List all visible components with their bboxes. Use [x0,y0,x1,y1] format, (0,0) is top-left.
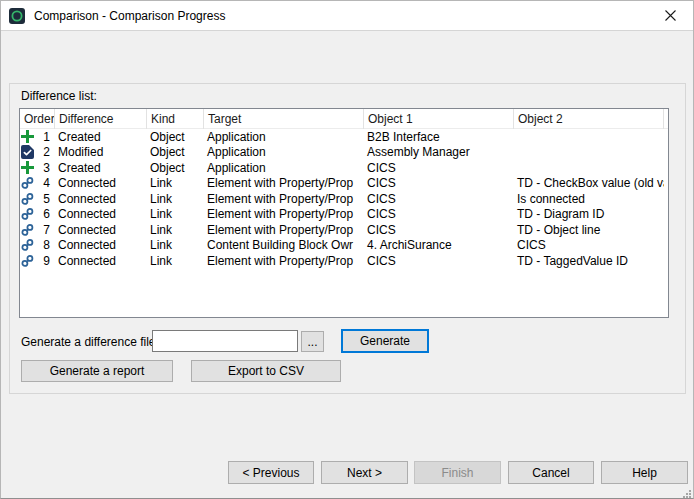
browse-button[interactable]: ... [301,331,324,352]
difference-cell: Connected [55,191,147,207]
difference-cell: Connected [55,253,147,269]
link-icon [21,254,35,268]
table-row[interactable]: 6ConnectedLinkElement with Property/Prop… [20,207,668,223]
object1-cell: CICS [364,191,514,207]
order-cell: 9 [20,253,55,269]
object2-cell: TD - Diagram ID [514,207,664,223]
order-cell: 2 [20,145,55,161]
table-row[interactable]: 4ConnectedLinkElement with Property/Prop… [20,176,668,192]
object1-cell: CICS [364,222,514,238]
link-icon [21,176,35,190]
object1-cell: CICS [364,253,514,269]
order-number: 5 [35,192,55,206]
resize-grip-icon[interactable] [682,487,691,496]
object1-cell: 4. ArchiSurance [364,238,514,254]
link-icon [21,238,35,252]
kind-cell: Link [147,238,204,254]
export-csv-button[interactable]: Export to CSV [191,360,341,382]
object2-cell: Is connected [514,191,664,207]
kind-cell: Link [147,191,204,207]
difference-cell: Created [55,160,147,176]
table-row[interactable]: 1CreatedObjectApplicationB2B Interface [20,129,668,145]
comparison-app-icon [9,8,25,24]
order-cell: 3 [20,160,55,176]
help-button[interactable]: Help [601,461,688,484]
order-number: 3 [35,161,55,175]
link-icon [21,192,35,206]
close-icon [665,10,676,21]
order-number: 6 [35,207,55,221]
kind-cell: Link [147,253,204,269]
difference-cell: Connected [55,176,147,192]
generate-file-label: Generate a difference file: [21,335,159,349]
kind-cell: Link [147,222,204,238]
difference-table: Order Difference Kind Target Object 1 Ob… [19,108,669,318]
generate-button[interactable]: Generate [341,329,429,353]
target-cell: Element with Property/Prop [204,176,364,192]
link-icon [21,207,35,221]
object1-cell: CICS [364,176,514,192]
kind-cell: Object [147,145,204,161]
table-row[interactable]: 3CreatedObjectApplicationCICS [20,160,668,176]
difference-table-body: 1CreatedObjectApplicationB2B Interface2M… [20,129,668,269]
modified-icon [21,145,35,159]
table-header: Order Difference Kind Target Object 1 Ob… [20,109,668,129]
kind-cell: Link [147,176,204,192]
order-cell: 5 [20,191,55,207]
kind-cell: Link [147,207,204,223]
difference-cell: Connected [55,207,147,223]
object2-cell: TD - TaggedValue ID [514,253,664,269]
window-title: Comparison - Comparison Progress [34,9,225,23]
column-header-object1[interactable]: Object 1 [364,109,514,129]
object2-cell [514,129,664,145]
order-number: 1 [35,130,55,144]
link-icon [21,223,35,237]
cancel-button[interactable]: Cancel [508,461,594,484]
column-header-object2[interactable]: Object 2 [514,109,664,129]
difference-cell: Connected [55,222,147,238]
previous-button[interactable]: < Previous [228,461,314,484]
difference-cell: Created [55,129,147,145]
target-cell: Element with Property/Prop [204,253,364,269]
order-number: 4 [35,176,55,190]
order-cell: 7 [20,222,55,238]
kind-cell: Object [147,160,204,176]
order-cell: 8 [20,238,55,254]
table-row[interactable]: 9ConnectedLinkElement with Property/Prop… [20,253,668,269]
target-cell: Application [204,145,364,161]
order-number: 8 [35,238,55,252]
order-number: 2 [35,145,55,159]
column-header-kind[interactable]: Kind [147,109,204,129]
table-row[interactable]: 8ConnectedLinkContent Building Block Owr… [20,238,668,254]
title-bar[interactable]: Comparison - Comparison Progress [1,1,693,31]
column-header-filler [664,109,668,129]
target-cell: Application [204,160,364,176]
plus-icon [21,161,35,175]
order-number: 7 [35,223,55,237]
table-row[interactable]: 5ConnectedLinkElement with Property/Prop… [20,191,668,207]
target-cell: Element with Property/Prop [204,191,364,207]
column-header-target[interactable]: Target [204,109,364,129]
target-cell: Application [204,129,364,145]
generate-report-button[interactable]: Generate a report [21,360,173,382]
next-button[interactable]: Next > [321,461,408,484]
object2-cell: TD - Object line [514,222,664,238]
table-row[interactable]: 7ConnectedLinkElement with Property/Prop… [20,222,668,238]
close-button[interactable] [648,1,693,30]
plus-icon [21,130,35,144]
object1-cell: Assembly Manager [364,145,514,161]
column-header-difference[interactable]: Difference [55,109,147,129]
difference-file-input[interactable] [152,330,298,352]
object1-cell: CICS [364,207,514,223]
object2-cell: CICS [514,238,664,254]
order-cell: 4 [20,176,55,192]
order-cell: 6 [20,207,55,223]
column-header-order[interactable]: Order [20,109,55,129]
object2-cell [514,160,664,176]
finish-button: Finish [414,461,501,484]
target-cell: Element with Property/Prop [204,222,364,238]
table-row[interactable]: 2ModifiedObjectApplicationAssembly Manag… [20,145,668,161]
object2-cell: TD - CheckBox value (old va [514,176,664,192]
difference-cell: Connected [55,238,147,254]
comparison-progress-dialog: Comparison - Comparison Progress Differe… [0,0,694,499]
